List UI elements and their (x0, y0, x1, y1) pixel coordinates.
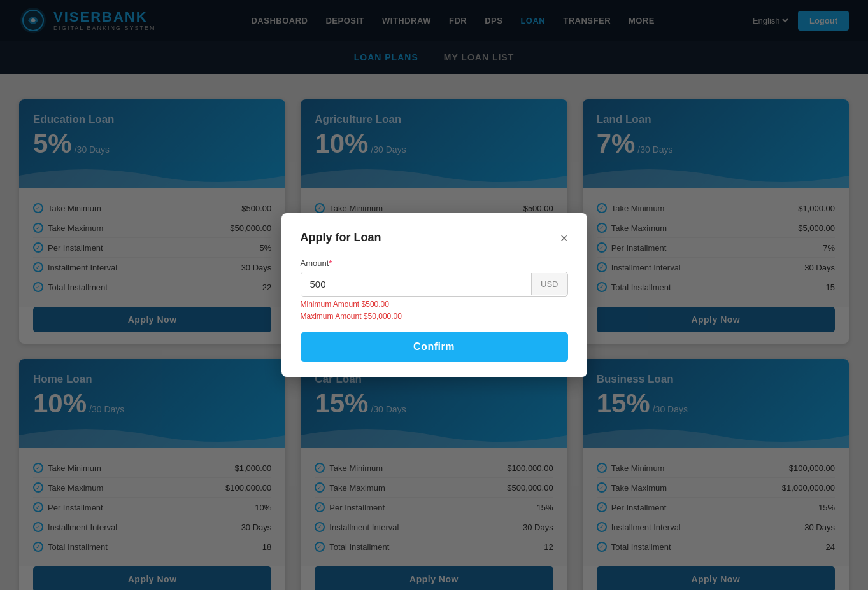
amount-input[interactable] (301, 272, 532, 296)
modal-overlay[interactable]: Apply for Loan × Amount* USD Minimum Amo… (0, 0, 868, 590)
apply-loan-modal: Apply for Loan × Amount* USD Minimum Amo… (281, 213, 587, 377)
amount-form-group: Amount* USD Minimum Amount $500.00 Maxim… (301, 258, 568, 321)
modal-header: Apply for Loan × (301, 231, 568, 244)
max-hint: Maximum Amount $50,000.00 (301, 312, 568, 321)
currency-suffix: USD (531, 273, 567, 295)
amount-input-wrapper: USD (301, 272, 568, 297)
modal-title: Apply for Loan (301, 231, 381, 244)
modal-close-button[interactable]: × (560, 232, 568, 244)
confirm-button[interactable]: Confirm (301, 332, 568, 362)
amount-label: Amount* (301, 258, 568, 268)
min-hint: Minimum Amount $500.00 (301, 300, 568, 309)
